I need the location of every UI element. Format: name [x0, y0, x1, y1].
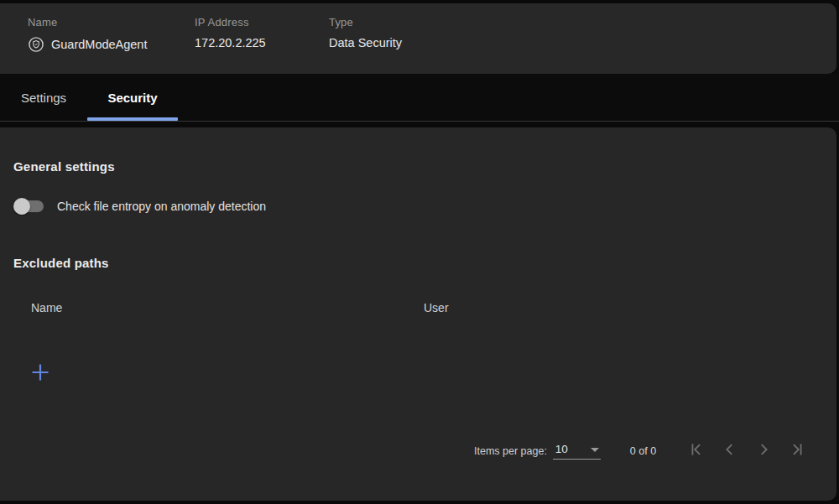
next-page-icon	[754, 440, 773, 459]
name-label: Name	[28, 16, 147, 29]
add-excluded-path-button[interactable]	[29, 361, 52, 384]
agent-summary-header: Name GuardModeAgent IP Address 172.20.2.…	[0, 3, 836, 74]
previous-page-button[interactable]	[713, 433, 747, 466]
paginator: Items per page: 10 0 of 0	[474, 439, 656, 463]
plus-icon	[31, 363, 50, 382]
page-range-label: 0 of 0	[630, 445, 656, 457]
type-value: Data Security	[329, 36, 402, 49]
entropy-toggle-label: Check file entropy on anomaly detection	[57, 200, 266, 213]
agent-ip-field: IP Address 172.20.2.225	[195, 16, 266, 49]
column-header-user: User	[424, 301, 449, 314]
last-page-icon	[788, 440, 806, 459]
excluded-paths-heading: Excluded paths	[13, 256, 109, 270]
entropy-toggle[interactable]	[13, 198, 44, 215]
toggle-knob	[13, 198, 30, 215]
tab-security-label: Security	[107, 91, 157, 105]
first-page-button[interactable]	[680, 433, 713, 466]
paginator-nav	[680, 433, 814, 466]
caret-down-icon	[591, 448, 599, 452]
type-label: Type	[329, 16, 402, 29]
active-tab-indicator	[87, 117, 178, 121]
ip-address-label: IP Address	[195, 16, 266, 29]
first-page-icon	[687, 440, 706, 459]
security-tab-panel: General settings Check file entropy on a…	[0, 127, 836, 501]
items-per-page-select[interactable]: 10	[553, 443, 601, 460]
items-per-page-value: 10	[555, 443, 568, 455]
agent-shield-icon	[28, 36, 44, 53]
entropy-toggle-row: Check file entropy on anomaly detection	[13, 196, 266, 216]
next-page-button[interactable]	[747, 433, 780, 466]
ip-address-value: 172.20.2.225	[195, 36, 266, 49]
tab-security[interactable]: Security	[87, 74, 178, 121]
agent-type-field: Type Data Security	[329, 16, 402, 49]
items-per-page-label: Items per page:	[474, 445, 547, 457]
previous-page-icon	[721, 440, 739, 459]
agent-name-value: GuardModeAgent	[51, 38, 147, 51]
tab-settings[interactable]: Settings	[0, 74, 87, 121]
column-header-name: Name	[31, 301, 62, 314]
detail-tabs: Settings Security	[0, 74, 839, 122]
last-page-button[interactable]	[780, 433, 814, 466]
agent-name-field: Name GuardModeAgent	[28, 16, 147, 53]
tab-settings-label: Settings	[21, 91, 66, 105]
general-settings-heading: General settings	[13, 159, 115, 174]
